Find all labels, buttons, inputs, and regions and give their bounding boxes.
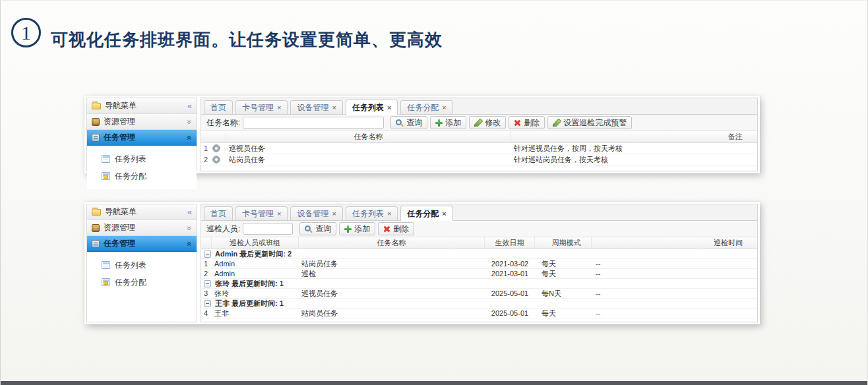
- button-label: 删除: [524, 117, 540, 129]
- chevron-up-icon[interactable]: «: [186, 135, 194, 140]
- tab-task-list[interactable]: 任务列表 ×: [346, 100, 398, 115]
- gear-icon[interactable]: [213, 145, 220, 152]
- mode-cell: 每天: [535, 269, 592, 278]
- edit-button[interactable]: 修改: [469, 116, 506, 129]
- row-number: 1: [204, 143, 208, 154]
- close-icon[interactable]: ×: [387, 104, 391, 111]
- task-list-icon: [102, 155, 110, 163]
- column-header-task-name[interactable]: 任务名称: [226, 131, 511, 142]
- close-icon[interactable]: ×: [442, 210, 446, 218]
- tab-task-assign[interactable]: 任务分配 ×: [400, 206, 452, 221]
- add-icon: [344, 225, 352, 233]
- column-header-remark[interactable]: 备注: [511, 131, 757, 142]
- tab-label: 首页: [210, 102, 226, 113]
- search-button[interactable]: 查询: [299, 222, 336, 235]
- task-name-cell: 站岗员任务: [226, 154, 511, 165]
- tab-task-assign[interactable]: 任务分配 ×: [400, 100, 452, 114]
- delete-button[interactable]: 删除: [378, 222, 414, 235]
- sidebar-item-task-assign[interactable]: 任务分配: [87, 274, 197, 291]
- column-header-time[interactable]: 巡检时间: [592, 237, 757, 249]
- sidebar-item-task-assign[interactable]: 任务分配: [87, 167, 197, 185]
- slide-bottom-bar: [1, 381, 867, 385]
- task-name-label: 任务名称:: [206, 117, 240, 129]
- sidebar-header-nav-menu[interactable]: 导航菜单 «: [87, 204, 197, 220]
- sidebar-group-resources[interactable]: 资源管理 »: [87, 220, 197, 236]
- group-row-wangfei[interactable]: 王非 最后更新时间: 1: [201, 299, 757, 309]
- tab-card-management[interactable]: 卡号管理 ×: [235, 100, 288, 114]
- column-header-person[interactable]: 巡检人员或班组: [212, 237, 299, 249]
- sidebar-group-label: 资源管理: [104, 222, 135, 233]
- date-cell: 2025-05-01: [485, 289, 535, 298]
- task-name-cell: 巡视员任务: [226, 143, 511, 154]
- tab-task-list[interactable]: 任务列表 ×: [346, 206, 398, 220]
- chevron-up-icon[interactable]: «: [186, 241, 194, 246]
- collapse-sidebar-icon[interactable]: «: [187, 102, 192, 110]
- column-header-mode[interactable]: 周期模式: [535, 237, 592, 249]
- table-row[interactable]: 4 王非 站岗员任务 2025-05-01 每天 --: [201, 309, 757, 318]
- sidebar-item-task-list[interactable]: 任务列表: [87, 150, 197, 167]
- collapse-sidebar-icon[interactable]: «: [187, 208, 192, 216]
- task-name-input[interactable]: [243, 117, 384, 129]
- table-row[interactable]: 2 站岗员任务 针对巡站岗员任务，按天考核: [201, 154, 757, 165]
- folder-icon: [92, 209, 101, 216]
- sidebar-item-list: 任务列表 任务分配: [87, 146, 197, 189]
- tab-home[interactable]: 首页: [204, 100, 233, 114]
- table-row[interactable]: 1 巡视员任务 针对巡视员任务，按周，按天考核: [201, 143, 757, 154]
- column-header-task[interactable]: 任务名称: [299, 237, 485, 249]
- sidebar-group-resources[interactable]: 资源管理 »: [87, 114, 197, 130]
- close-icon[interactable]: ×: [277, 104, 281, 111]
- row-number: 2: [201, 269, 212, 278]
- collapse-group-icon[interactable]: [204, 280, 211, 287]
- tab-label: 卡号管理: [242, 102, 274, 113]
- chevron-down-icon[interactable]: »: [186, 119, 194, 124]
- add-button[interactable]: 添加: [339, 222, 375, 235]
- edit-icon: [553, 119, 561, 127]
- close-icon[interactable]: ×: [332, 104, 336, 111]
- button-label: 添加: [445, 117, 461, 129]
- inspector-label: 巡检人员:: [206, 223, 240, 235]
- close-icon[interactable]: ×: [387, 210, 391, 218]
- tab-label: 首页: [210, 208, 226, 220]
- button-label: 添加: [354, 223, 370, 235]
- column-header-date[interactable]: 生效日期: [485, 237, 535, 249]
- column-header-rownum[interactable]: [201, 237, 212, 249]
- delete-button[interactable]: 删除: [509, 116, 545, 129]
- collapse-group-icon[interactable]: [204, 251, 211, 258]
- main-panel-task-list: 首页 卡号管理 × 设备管理 × 任务列表 × 任务分配 ×: [201, 98, 758, 171]
- group-row-zhangling[interactable]: 张玲 最后更新时间: 1: [201, 279, 757, 289]
- sidebar-item-label: 任务分配: [115, 171, 146, 182]
- search-button[interactable]: 查询: [390, 116, 427, 129]
- tab-card-management[interactable]: 卡号管理 ×: [235, 206, 288, 220]
- table-row[interactable]: 2 Admin 巡检 2021-03-01 每天 --: [201, 269, 757, 279]
- tab-home[interactable]: 首页: [204, 206, 233, 220]
- close-icon[interactable]: ×: [442, 104, 446, 111]
- tab-device-management[interactable]: 设备管理 ×: [290, 206, 342, 220]
- set-inspection-warning-button[interactable]: 设置巡检完成预警: [547, 116, 632, 129]
- column-header-rownum[interactable]: [201, 131, 226, 142]
- close-icon[interactable]: ×: [277, 210, 281, 218]
- task-list-icon: [102, 261, 110, 269]
- add-button[interactable]: 添加: [430, 116, 466, 129]
- task-cell: 巡视员任务: [299, 289, 485, 298]
- gear-icon[interactable]: [213, 156, 220, 163]
- group-row-admin[interactable]: Admin 最后更新时间: 2: [201, 249, 757, 259]
- sidebar-item-label: 任务列表: [115, 260, 146, 271]
- sidebar-group-tasks[interactable]: 任务管理 «: [87, 130, 197, 146]
- tab-device-management[interactable]: 设备管理 ×: [290, 100, 342, 114]
- row-number: 4: [201, 309, 212, 318]
- search-icon: [305, 225, 313, 233]
- sidebar-item-task-list[interactable]: 任务列表: [87, 256, 197, 274]
- collapse-group-icon[interactable]: [204, 300, 211, 307]
- sidebar-group-tasks[interactable]: 任务管理 «: [87, 236, 197, 252]
- close-icon[interactable]: ×: [332, 210, 336, 218]
- sidebar-header-nav-menu[interactable]: 导航菜单 «: [87, 98, 197, 114]
- row-number: 3: [201, 289, 212, 298]
- table-row[interactable]: 3 张玲 巡视员任务 2025-05-01 每N天 --: [201, 289, 757, 299]
- task-assign-table: 巡检人员或班组 任务名称 生效日期 周期模式 巡检时间 Admin 最后更新时间…: [201, 237, 757, 322]
- inspector-input[interactable]: [243, 223, 293, 235]
- tab-label: 卡号管理: [242, 208, 274, 220]
- person-cell: Admin: [212, 259, 299, 268]
- chevron-down-icon[interactable]: »: [186, 225, 194, 230]
- table-row[interactable]: 1 Admin 站岗员任务 2021-03-02 每天 --: [201, 259, 757, 269]
- table-header: 任务名称 备注: [201, 131, 757, 143]
